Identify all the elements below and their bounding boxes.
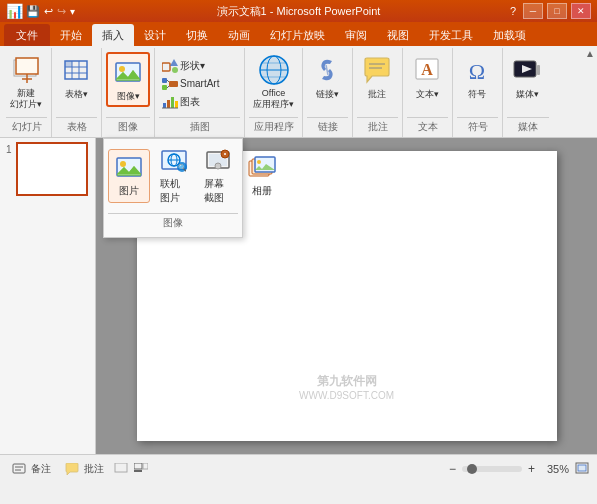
media-label: 媒体▾	[516, 88, 539, 101]
slides-group-content: 新建幻灯片▾	[6, 50, 47, 115]
zoom-slider[interactable]	[462, 466, 522, 472]
svg-rect-12	[162, 63, 170, 71]
svg-marker-13	[170, 59, 178, 66]
svg-point-14	[172, 67, 178, 73]
tab-slideshow[interactable]: 幻灯片放映	[260, 24, 335, 46]
tab-dev[interactable]: 开发工具	[419, 24, 483, 46]
minimize-btn[interactable]: ─	[523, 3, 543, 19]
tab-start[interactable]: 开始	[50, 24, 92, 46]
svg-point-11	[119, 66, 125, 72]
svg-rect-17	[169, 81, 178, 87]
media-icon	[511, 54, 543, 86]
links-group-label: 链接	[307, 117, 348, 137]
text-button[interactable]: A 文本▾	[407, 52, 447, 103]
table-group-content: 表格▾	[56, 50, 97, 115]
album-btn[interactable]: 相册	[242, 150, 282, 202]
slide-number: 1	[4, 142, 14, 157]
zoom-in-btn[interactable]: +	[528, 462, 535, 476]
svg-rect-63	[134, 470, 142, 472]
comment-icon	[361, 54, 393, 86]
apps-group-content: Office 应用程序▾	[249, 50, 298, 115]
svg-rect-23	[175, 101, 178, 108]
quick-redo[interactable]: ↪	[57, 5, 66, 18]
zoom-out-btn[interactable]: −	[449, 462, 456, 476]
title-bar: 📊 💾 ↩ ↪ ▾ 演示文稿1 - Microsoft PowerPoint ?…	[0, 0, 597, 22]
svg-rect-66	[578, 465, 586, 471]
quick-customize[interactable]: ▾	[70, 6, 75, 17]
symbol-button[interactable]: Ω 符号	[457, 52, 497, 103]
tab-review[interactable]: 审阅	[335, 24, 377, 46]
help-btn[interactable]: ?	[507, 5, 519, 17]
tab-view[interactable]: 视图	[377, 24, 419, 46]
tab-file[interactable]: 文件	[4, 24, 50, 46]
tab-addins[interactable]: 加载项	[483, 24, 536, 46]
insert-online-picture-btn[interactable]: 🔍 联机图片	[154, 143, 194, 209]
symbol-label: 符号	[468, 88, 486, 101]
tab-animation[interactable]: 动画	[218, 24, 260, 46]
image-button[interactable]: 图像▾	[106, 52, 150, 107]
insert-picture-label: 图片	[119, 184, 139, 198]
ribbon-collapse-btn[interactable]: ▲	[585, 48, 595, 59]
media-group-content: 媒体▾	[507, 50, 549, 115]
ribbon-group-table: 表格▾ 表格	[52, 48, 102, 137]
svg-text:Ω: Ω	[469, 59, 485, 84]
ribbon-group-comments: 批注 批注	[353, 48, 403, 137]
fit-slide-btn[interactable]	[575, 461, 589, 477]
comment-label: 批注	[368, 88, 386, 101]
screenshot-btn[interactable]: 屏幕截图	[198, 143, 238, 209]
shapes-button[interactable]: 形状▾	[159, 58, 208, 74]
ribbon-group-apps: Office 应用程序▾ 应用程序	[245, 48, 303, 137]
image-dropdown-label: 图像	[108, 213, 238, 233]
new-slide-button[interactable]: 新建幻灯片▾	[6, 52, 46, 112]
app-icon: 📊	[6, 3, 22, 19]
svg-rect-62	[134, 463, 142, 469]
smartart-button[interactable]: SmartArt	[159, 76, 222, 92]
symbols-group-content: Ω 符号	[457, 50, 498, 115]
svg-point-57	[257, 160, 261, 164]
link-label: 链接▾	[316, 88, 339, 101]
tab-insert[interactable]: 插入	[92, 24, 134, 46]
link-icon	[311, 54, 343, 86]
office-apps-icon	[258, 54, 290, 86]
slide-watermark: 第九软件网 WWW.D9SOFT.COM	[299, 373, 394, 401]
table-label: 表格▾	[65, 88, 88, 101]
app-body: 1 第九软件网 WWW.D9SOFT.COM	[0, 138, 597, 454]
slide-thumbnail[interactable]	[16, 142, 88, 196]
text-group-content: A 文本▾	[407, 50, 448, 115]
office-apps-label: Office 应用程序▾	[253, 88, 294, 110]
table-button[interactable]: 表格▾	[56, 52, 96, 103]
close-btn[interactable]: ✕	[571, 3, 591, 19]
ribbon-group-links: 链接▾ 链接	[303, 48, 353, 137]
comment-button[interactable]: 批注	[357, 52, 397, 103]
comments-status-btn[interactable]: 批注	[61, 461, 108, 477]
chart-button[interactable]: 图表	[159, 94, 203, 110]
text-icon: A	[411, 54, 443, 86]
svg-rect-15	[162, 78, 167, 83]
symbols-group-label: 符号	[457, 117, 498, 137]
link-button[interactable]: 链接▾	[307, 52, 347, 103]
svg-rect-21	[167, 100, 170, 108]
notes-btn[interactable]: 备注	[8, 461, 55, 477]
image-dropdown-row: 图片 🔍 联机图片 屏幕截图	[108, 143, 238, 209]
media-button[interactable]: 媒体▾	[507, 52, 547, 103]
new-slide-label: 新建幻灯片▾	[10, 88, 42, 110]
tab-transition[interactable]: 切换	[176, 24, 218, 46]
symbol-icon: Ω	[461, 54, 493, 86]
images-group-label: 图像	[106, 117, 150, 137]
slides-group-label: 幻灯片	[6, 117, 47, 137]
status-bar-right: − + 35%	[449, 461, 589, 477]
table-icon	[60, 54, 92, 86]
insert-picture-btn[interactable]: 图片	[108, 149, 150, 203]
smartart-label: SmartArt	[180, 78, 219, 89]
tab-design[interactable]: 设计	[134, 24, 176, 46]
illustrations-group-label: 插图	[159, 117, 240, 137]
zoom-slider-thumb[interactable]	[467, 464, 477, 474]
maximize-btn[interactable]: □	[547, 3, 567, 19]
office-apps-button[interactable]: Office 应用程序▾	[249, 52, 298, 112]
quick-save[interactable]: 💾	[26, 5, 40, 18]
svg-line-19	[167, 86, 169, 88]
svg-rect-39	[537, 65, 540, 75]
image-icon	[112, 56, 144, 88]
quick-undo[interactable]: ↩	[44, 5, 53, 18]
table-group-label: 表格	[56, 117, 97, 137]
